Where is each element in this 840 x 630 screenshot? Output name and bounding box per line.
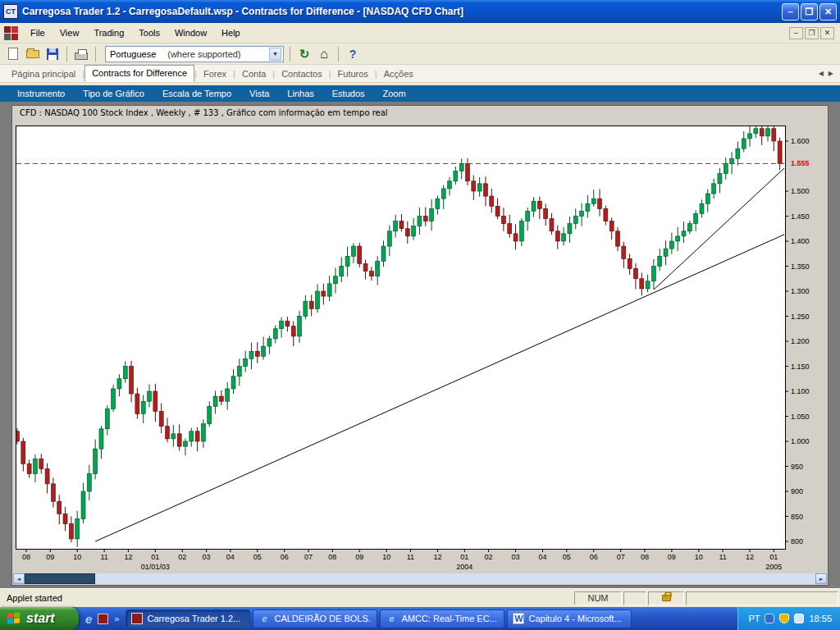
chart-menu-vista[interactable]: Vista (240, 89, 278, 98)
internet-explorer-icon[interactable]: e (85, 612, 92, 626)
y-axis-label: 1.350 (791, 262, 810, 271)
chart-menu-bar: InstrumentoTipo de GráficoEscala de Temp… (0, 85, 840, 102)
x-axis-month-label: 01 (151, 553, 159, 561)
minimize-button[interactable]: – (782, 3, 799, 21)
candle-body (105, 409, 109, 428)
candle-body (454, 171, 458, 181)
menu-file[interactable]: File (23, 25, 52, 40)
lock-icon (662, 595, 671, 601)
chart-menu-zoom[interactable]: Zoom (374, 89, 415, 98)
candle-body (327, 284, 331, 296)
candle-body (159, 411, 163, 426)
candle-body (472, 181, 476, 191)
tab-accoes[interactable]: Acções (377, 66, 420, 82)
internet-explorer-icon: e (386, 613, 397, 624)
y-axis-label: 1.450 (791, 212, 810, 221)
x-axis-month-label: 09 (668, 553, 676, 561)
x-axis-month-label: 06 (281, 553, 289, 561)
keyboard-language-indicator[interactable]: PT (748, 614, 760, 623)
open-folder-icon[interactable] (25, 46, 41, 62)
y-axis-label: 1.300 (791, 287, 810, 295)
candle-body (483, 184, 487, 196)
tab-contactos[interactable]: Contactos (275, 66, 329, 82)
scroll-left-icon[interactable]: ◄ (13, 573, 25, 584)
candle-body (51, 484, 55, 501)
volume-icon[interactable] (794, 614, 804, 623)
tab-scroll-left-icon[interactable]: ◀ (819, 70, 824, 77)
status-bar: Applet started NUM (0, 588, 840, 607)
security-shield-icon[interactable] (779, 614, 789, 623)
candle-body (21, 441, 25, 463)
home-icon[interactable]: ⌂ (316, 46, 332, 62)
language-select[interactable]: Portuguese (where supported) ▼ (105, 46, 284, 62)
tab-conta[interactable]: Conta (235, 66, 272, 82)
candle-body (616, 231, 620, 246)
close-button[interactable]: ✕ (819, 3, 837, 21)
new-document-icon[interactable] (5, 46, 21, 62)
start-button[interactable]: start (0, 607, 79, 630)
scroll-right-icon[interactable]: ► (815, 573, 827, 584)
taskbar-window-label: CALDEIRÃO DE BOLS... (274, 614, 372, 623)
tab-contracts-for-difference[interactable]: Contracts for Difference (84, 65, 194, 82)
candle-body (658, 256, 662, 266)
candle-body (730, 158, 734, 163)
taskbar-window-carregosa-trader-1-2[interactable]: Carregosa Trader 1.2... (126, 609, 250, 628)
chart-canvas[interactable]: 1.6001.5001.4501.4001.3501.3001.2501.200… (12, 106, 828, 573)
menu-items: FileViewTradingToolsWindowHelp (23, 25, 248, 40)
x-axis-month-label: 09 (46, 553, 54, 561)
candle-body (682, 231, 686, 236)
network-icon[interactable] (765, 614, 774, 623)
help-icon[interactable]: ? (345, 46, 361, 62)
candle-body (508, 224, 512, 234)
print-icon[interactable] (73, 46, 89, 62)
candle-body (736, 148, 740, 158)
candle-body (177, 434, 181, 446)
mdi-minimize-button[interactable]: – (789, 27, 803, 39)
candle-body (519, 221, 523, 241)
mdi-workspace: CFD : NASDAQ 100 Stock Index , Weekly , … (0, 102, 840, 588)
taskbar-window-amcc-real-time-ec[interactable]: eAMCC: Real-Time EC... (380, 609, 504, 628)
chart-menu-tipo-de-grafico[interactable]: Tipo de Gráfico (74, 89, 153, 98)
tab-forex[interactable]: Forex (197, 66, 233, 82)
chart-menu-linhas[interactable]: Linhas (278, 89, 322, 98)
menu-trading[interactable]: Trading (86, 25, 131, 40)
tab-futuros[interactable]: Futuros (331, 66, 375, 82)
mdi-close-button[interactable]: ✕ (820, 27, 834, 39)
candle-body (459, 163, 463, 171)
scrollbar-thumb[interactable] (25, 573, 95, 584)
tab-pagina-principal[interactable]: Página principal (5, 66, 82, 82)
candle-body (63, 514, 67, 523)
chart-horizontal-scrollbar[interactable]: ◄ ► (13, 573, 827, 584)
chart-menu-estudos[interactable]: Estudos (323, 89, 374, 98)
menu-tools[interactable]: Tools (131, 25, 167, 40)
candle-body (651, 267, 655, 281)
chart-menu-instrumento[interactable]: Instrumento (8, 89, 74, 98)
taskbar-window-caldeirao-de-bols[interactable]: eCALDEIRÃO DE BOLS... (253, 609, 377, 628)
chevron-down-icon[interactable]: ▼ (269, 48, 281, 61)
mdi-restore-button[interactable]: ❐ (805, 27, 819, 39)
quick-launch-overflow-chevron[interactable]: » (114, 614, 119, 623)
candle-body (316, 291, 320, 308)
candle-body (201, 424, 205, 441)
candle-body (381, 246, 386, 261)
save-icon[interactable] (44, 46, 61, 62)
candle-body (586, 203, 590, 211)
taskbar-window-capitulo-4-microsoft[interactable]: WCapitulo 4 - Microsoft... (507, 609, 632, 628)
menu-help[interactable]: Help (214, 25, 248, 40)
status-message: Applet started (2, 593, 573, 603)
refresh-icon[interactable]: ↻ (296, 46, 313, 62)
x-axis-month-label: 10 (73, 553, 81, 561)
menu-view[interactable]: View (52, 25, 87, 40)
candle-body (219, 396, 223, 401)
chart-menu-escala-de-tempo[interactable]: Escala de Tempo (153, 89, 240, 98)
menu-bar: FileViewTradingToolsWindowHelp – ❐ ✕ (0, 23, 840, 43)
menu-window[interactable]: Window (167, 25, 214, 40)
x-axis-month-label: 12 (746, 553, 754, 561)
candle-body (568, 224, 572, 234)
tab-scroll-right-icon[interactable]: ▶ (829, 70, 833, 77)
x-axis-month-label: 11 (719, 553, 726, 561)
candle-body (646, 281, 650, 289)
carregosa-icon[interactable] (98, 614, 108, 624)
restore-button[interactable]: ❐ (801, 3, 818, 21)
tab-items: Página principal|Contracts for Differenc… (5, 65, 420, 82)
